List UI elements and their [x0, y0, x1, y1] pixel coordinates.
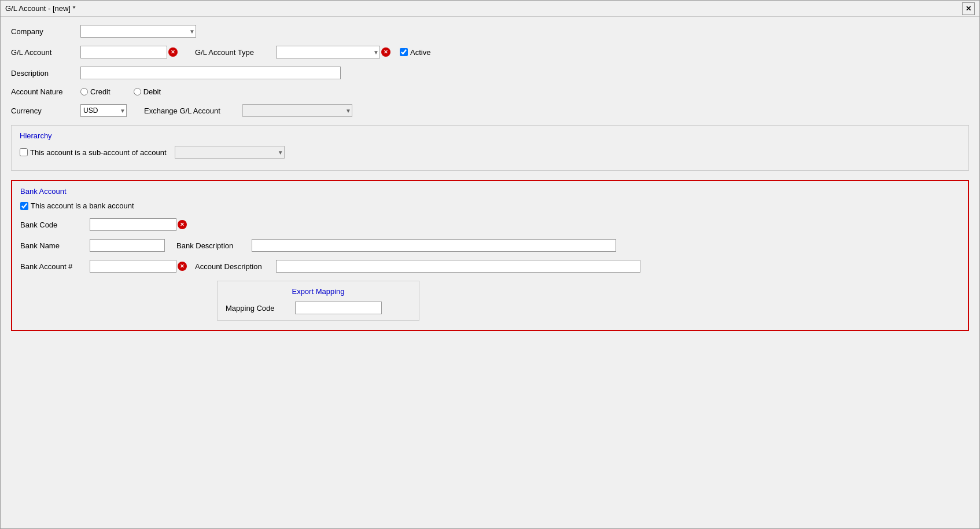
exchange-gl-select-wrapper: ▼ [242, 104, 352, 117]
gl-type-clear-button[interactable] [381, 47, 390, 57]
main-window: G/L Account - [new] * ✕ Company ▼ G/L Ac… [0, 0, 980, 529]
close-button[interactable]: ✕ [962, 2, 975, 15]
subaccount-checkbox-wrapper: This account is a sub-account of account [20, 148, 167, 157]
currency-row: Currency USD ▼ Exchange G/L Account ▼ [11, 104, 969, 117]
window-title: G/L Account - [new] * [5, 4, 76, 13]
bank-account-checkbox-row: This account is a bank account [20, 201, 960, 210]
gl-account-clear-button[interactable] [168, 47, 178, 57]
bank-code-clear-button[interactable] [178, 220, 187, 229]
bank-account-section-label: Bank Account [20, 187, 960, 196]
account-nature-radio-group: Credit Debit [80, 87, 161, 96]
bank-account-num-clear-button[interactable] [178, 262, 187, 271]
export-mapping-section: Export Mapping Mapping Code [217, 281, 419, 321]
account-nature-label: Account Nature [11, 87, 80, 96]
bank-code-input[interactable] [90, 218, 176, 231]
company-select-wrapper: ▼ [80, 25, 196, 38]
subaccount-row: This account is a sub-account of account… [20, 146, 960, 159]
account-description-input[interactable] [276, 260, 640, 273]
gl-account-type-select[interactable] [276, 46, 380, 58]
exchange-gl-select[interactable] [242, 104, 352, 117]
bank-name-row: Bank Name Bank Description [20, 239, 960, 252]
description-input[interactable] [80, 67, 341, 79]
gl-type-select-wrapper: ▼ [276, 46, 380, 58]
credit-label: Credit [90, 87, 110, 96]
bank-account-checkbox-label: This account is a bank account [31, 201, 134, 210]
mapping-code-label: Mapping Code [226, 304, 295, 313]
company-row: Company ▼ [11, 25, 969, 38]
hierarchy-section: Hierarchy This account is a sub-account … [11, 125, 969, 171]
gl-account-input[interactable] [80, 46, 167, 58]
description-row: Description [11, 67, 969, 79]
subaccount-checkbox[interactable] [20, 148, 28, 156]
credit-radio-item: Credit [80, 87, 110, 96]
bank-code-label: Bank Code [20, 221, 90, 229]
debit-label: Debit [143, 87, 161, 96]
company-label: Company [11, 27, 80, 36]
bank-account-num-label: Bank Account # [20, 262, 90, 271]
active-checkbox-wrapper: Active [400, 48, 430, 57]
subaccount-select-wrapper: ▼ [175, 146, 285, 159]
gl-account-type-label: G/L Account Type [195, 48, 276, 57]
exchange-gl-label: Exchange G/L Account [144, 106, 242, 115]
currency-select[interactable]: USD [80, 104, 127, 117]
subaccount-label: This account is a sub-account of account [30, 148, 167, 157]
gl-account-label: G/L Account [11, 48, 80, 57]
account-description-label: Account Description [195, 262, 276, 271]
bank-description-input[interactable] [252, 239, 616, 252]
title-bar: G/L Account - [new] * ✕ [1, 1, 979, 17]
credit-radio[interactable] [80, 88, 88, 95]
active-checkbox[interactable] [400, 48, 408, 56]
bank-name-label: Bank Name [20, 241, 90, 250]
currency-label: Currency [11, 106, 80, 115]
bank-account-checkbox[interactable] [20, 202, 28, 210]
bank-code-row: Bank Code [20, 218, 960, 231]
debit-radio[interactable] [134, 88, 141, 95]
export-mapping-container: Export Mapping Mapping Code [217, 281, 960, 321]
subaccount-select[interactable] [175, 146, 285, 159]
account-nature-row: Account Nature Credit Debit [11, 87, 969, 96]
description-label: Description [11, 69, 80, 78]
mapping-code-row: Mapping Code [226, 302, 411, 314]
currency-select-wrapper: USD ▼ [80, 104, 127, 117]
company-select[interactable] [80, 25, 196, 38]
bank-account-num-row: Bank Account # Account Description [20, 260, 960, 273]
bank-account-checkbox-wrapper: This account is a bank account [20, 201, 134, 210]
mapping-code-input[interactable] [295, 302, 382, 314]
hierarchy-label: Hierarchy [20, 131, 960, 140]
form-content: Company ▼ G/L Account G/L Account Type ▼ [1, 17, 979, 345]
bank-account-num-input[interactable] [90, 260, 176, 273]
bank-name-input[interactable] [90, 239, 165, 252]
bank-description-label: Bank Description [176, 241, 252, 250]
export-mapping-label: Export Mapping [226, 287, 411, 296]
gl-account-row: G/L Account G/L Account Type ▼ Active [11, 46, 969, 58]
bank-account-section: Bank Account This account is a bank acco… [11, 180, 969, 331]
active-label: Active [410, 48, 430, 57]
debit-radio-item: Debit [134, 87, 161, 96]
